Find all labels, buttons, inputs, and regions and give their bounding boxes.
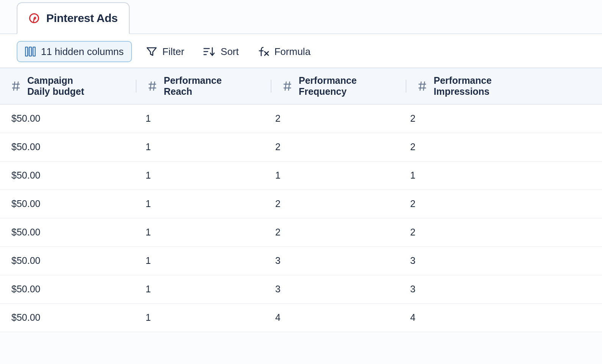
sort-icon xyxy=(203,47,215,56)
cell-frequency[interactable]: 2 xyxy=(271,227,406,238)
column-header-line2: Reach xyxy=(164,86,222,97)
cell-reach[interactable]: 1 xyxy=(136,312,271,323)
hash-icon xyxy=(148,81,157,91)
hidden-columns-chip[interactable]: 11 hidden columns xyxy=(17,41,132,62)
table-body: $50.00 1 2 2 $50.00 1 2 2 $50.00 1 1 1 $… xyxy=(0,105,602,332)
svg-rect-2 xyxy=(29,47,31,56)
cell-impressions[interactable]: 2 xyxy=(406,141,602,152)
cell-reach[interactable]: 1 xyxy=(136,227,271,238)
svg-line-25 xyxy=(420,82,421,90)
table-header-row: Campaign Daily budget Performance Reach xyxy=(0,68,602,105)
table-row[interactable]: $50.00 1 3 3 xyxy=(0,247,602,275)
cell-reach[interactable]: 1 xyxy=(136,255,271,266)
column-header-budget[interactable]: Campaign Daily budget xyxy=(0,68,136,104)
column-header-frequency[interactable]: Performance Frequency xyxy=(271,68,406,104)
cell-frequency[interactable]: 3 xyxy=(271,255,406,266)
table-row[interactable]: $50.00 1 4 4 xyxy=(0,304,602,332)
cell-frequency[interactable]: 3 xyxy=(271,284,406,295)
table-row[interactable]: $50.00 1 2 2 xyxy=(0,190,602,218)
cell-budget[interactable]: $50.00 xyxy=(0,284,136,295)
svg-line-17 xyxy=(150,82,151,90)
svg-line-13 xyxy=(14,82,15,90)
svg-rect-1 xyxy=(25,47,28,56)
cell-budget[interactable]: $50.00 xyxy=(0,312,136,323)
hash-icon xyxy=(418,81,427,91)
hash-icon xyxy=(11,81,20,91)
filter-icon xyxy=(146,47,157,56)
cell-reach[interactable]: 1 xyxy=(136,284,271,295)
cell-reach[interactable]: 1 xyxy=(136,141,271,152)
tab-label: Pinterest Ads xyxy=(46,12,118,25)
cell-impressions[interactable]: 2 xyxy=(406,113,602,124)
data-table: Campaign Daily budget Performance Reach xyxy=(0,67,602,332)
column-header-line2: Impressions xyxy=(434,86,492,97)
cell-impressions[interactable]: 3 xyxy=(406,255,602,266)
table-row[interactable]: $50.00 1 2 2 xyxy=(0,105,602,133)
svg-line-21 xyxy=(285,82,286,90)
cell-frequency[interactable]: 1 xyxy=(271,170,406,181)
pinterest-icon xyxy=(29,13,39,24)
formula-icon xyxy=(258,46,269,57)
cell-reach[interactable]: 1 xyxy=(136,170,271,181)
svg-line-14 xyxy=(17,82,18,90)
cell-frequency[interactable]: 4 xyxy=(271,312,406,323)
filter-label: Filter xyxy=(162,46,184,58)
formula-button[interactable]: Formula xyxy=(253,41,315,62)
table-row[interactable]: $50.00 1 2 2 xyxy=(0,133,602,162)
svg-line-26 xyxy=(423,82,425,90)
toolbar: 11 hidden columns Filter Sort xyxy=(0,34,602,67)
hash-icon xyxy=(283,81,292,91)
svg-rect-3 xyxy=(33,47,35,56)
column-header-line1: Performance xyxy=(164,75,222,86)
cell-impressions[interactable]: 2 xyxy=(406,227,602,238)
cell-budget[interactable]: $50.00 xyxy=(0,113,136,124)
column-header-line1: Campaign xyxy=(27,75,84,86)
table-row[interactable]: $50.00 1 3 3 xyxy=(0,275,602,304)
cell-budget[interactable]: $50.00 xyxy=(0,141,136,152)
cell-frequency[interactable]: 2 xyxy=(271,113,406,124)
column-header-impressions[interactable]: Performance Impressions xyxy=(406,68,602,104)
cell-impressions[interactable]: 3 xyxy=(406,284,602,295)
cell-impressions[interactable]: 4 xyxy=(406,312,602,323)
cell-reach[interactable]: 1 xyxy=(136,198,271,209)
table-row[interactable]: $50.00 1 1 1 xyxy=(0,162,602,190)
cell-impressions[interactable]: 2 xyxy=(406,198,602,209)
cell-reach[interactable]: 1 xyxy=(136,113,271,124)
cell-impressions[interactable]: 1 xyxy=(406,170,602,181)
column-header-line2: Daily budget xyxy=(27,86,84,97)
sort-button[interactable]: Sort xyxy=(199,41,243,62)
filter-button[interactable]: Filter xyxy=(142,41,189,62)
column-header-line1: Performance xyxy=(299,75,357,86)
svg-line-18 xyxy=(154,82,155,90)
cell-frequency[interactable]: 2 xyxy=(271,141,406,152)
columns-icon xyxy=(25,47,36,56)
svg-line-22 xyxy=(288,82,290,90)
column-header-reach[interactable]: Performance Reach xyxy=(136,68,271,104)
cell-budget[interactable]: $50.00 xyxy=(0,255,136,266)
column-header-line1: Performance xyxy=(434,75,492,86)
sort-label: Sort xyxy=(221,46,239,58)
tabs-row: Pinterest Ads xyxy=(0,0,602,34)
formula-label: Formula xyxy=(274,46,310,58)
cell-budget[interactable]: $50.00 xyxy=(0,227,136,238)
hidden-columns-label: 11 hidden columns xyxy=(41,46,124,58)
tab-pinterest-ads[interactable]: Pinterest Ads xyxy=(17,2,130,34)
cell-budget[interactable]: $50.00 xyxy=(0,198,136,209)
column-header-line2: Frequency xyxy=(299,86,357,97)
table-row[interactable]: $50.00 1 2 2 xyxy=(0,218,602,247)
cell-frequency[interactable]: 2 xyxy=(271,198,406,209)
cell-budget[interactable]: $50.00 xyxy=(0,170,136,181)
